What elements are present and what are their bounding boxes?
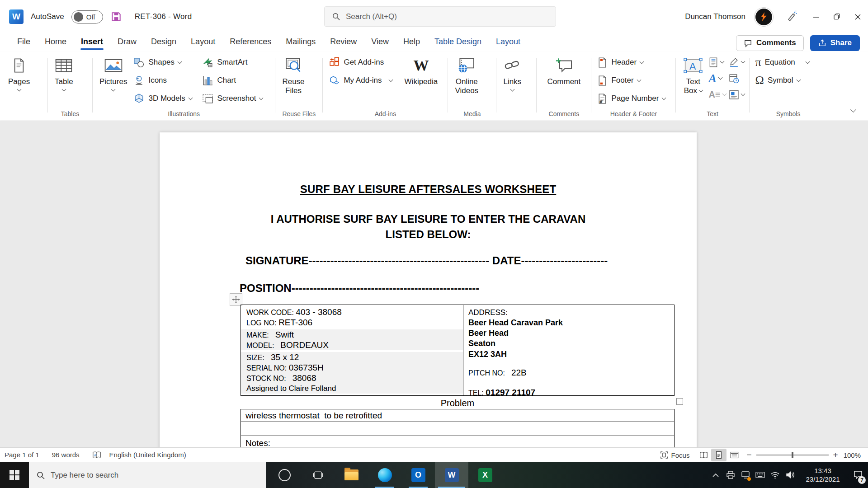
tab-mailings[interactable]: Mailings xyxy=(278,33,323,52)
equation-button[interactable]: π Equation xyxy=(755,56,809,69)
quick-parts-button[interactable] xyxy=(708,56,726,68)
chevron-down-icon xyxy=(699,88,703,92)
date-time-button[interactable] xyxy=(729,72,745,84)
minimize-button[interactable] xyxy=(806,0,826,33)
restore-button[interactable] xyxy=(826,0,847,33)
excel-icon[interactable]: X xyxy=(468,462,502,488)
onedrive-sync-tray-icon[interactable] xyxy=(738,462,753,488)
table-button[interactable]: Table xyxy=(51,52,77,91)
3d-models-button[interactable]: 3D Models xyxy=(133,92,197,105)
tab-file[interactable]: File xyxy=(10,33,38,52)
comment-button[interactable]: Comment xyxy=(544,52,585,86)
outlook-icon[interactable]: O xyxy=(401,462,435,488)
address-cell[interactable]: ADDRESS: Beer Head Caravan Park Beer Hea… xyxy=(463,305,674,395)
focus-mode-button[interactable]: Focus xyxy=(654,448,696,462)
comments-button[interactable]: Comments xyxy=(736,35,804,51)
icons-button[interactable]: Icons xyxy=(133,74,197,87)
zoom-out-button[interactable]: − xyxy=(746,451,751,459)
taskbar-search-input[interactable] xyxy=(51,471,259,480)
word-count[interactable]: 96 words xyxy=(46,448,86,462)
tab-view[interactable]: View xyxy=(364,33,396,52)
cortana-button[interactable] xyxy=(268,462,301,488)
object-button[interactable] xyxy=(729,89,745,101)
pages-button[interactable]: Pages xyxy=(5,52,33,91)
drop-cap-button[interactable]: A≡ xyxy=(708,89,726,101)
online-videos-button[interactable]: Online Videos xyxy=(451,52,482,95)
task-view-button[interactable] xyxy=(301,462,335,488)
proofing-status[interactable] xyxy=(86,448,108,462)
zoom-slider-thumb[interactable] xyxy=(792,452,793,458)
notes-row[interactable]: Notes: xyxy=(241,436,674,447)
tab-design[interactable]: Design xyxy=(144,33,184,52)
wikipedia-button[interactable]: W Wikipedia xyxy=(397,52,444,86)
table-move-handle[interactable] xyxy=(230,293,242,306)
language-indicator[interactable]: English (United Kingdom) xyxy=(108,448,193,462)
tab-review[interactable]: Review xyxy=(323,33,364,52)
zoom-level[interactable]: 100% xyxy=(843,448,864,462)
edge-icon[interactable] xyxy=(368,462,401,488)
volume-icon[interactable] xyxy=(783,462,797,488)
document-canvas[interactable]: SURF BAY LEISURE AFTERSALES WORKSHEET I … xyxy=(0,121,868,447)
print-layout-button[interactable] xyxy=(711,449,726,461)
action-center-button[interactable]: 7 xyxy=(848,462,868,488)
signature-line-button[interactable] xyxy=(729,56,745,68)
empty-row[interactable] xyxy=(241,422,674,436)
my-addins-button[interactable]: My Add-ins xyxy=(329,74,395,87)
share-button[interactable]: Share xyxy=(810,35,860,51)
web-layout-button[interactable] xyxy=(726,449,742,461)
links-button[interactable]: Links xyxy=(500,52,525,91)
clock[interactable]: 13:43 23/12/2021 xyxy=(800,466,845,483)
tab-insert[interactable]: Insert xyxy=(74,33,110,52)
coming-soon-wand-icon[interactable] xyxy=(785,9,797,24)
tab-help[interactable]: Help xyxy=(396,33,427,52)
screenshot-button[interactable]: Screenshot xyxy=(202,92,269,105)
reuse-files-button[interactable]: Reuse Files xyxy=(278,52,308,95)
tab-draw[interactable]: Draw xyxy=(110,33,144,52)
document-page[interactable]: SURF BAY LEISURE AFTERSALES WORKSHEET I … xyxy=(160,132,697,447)
wordart-button[interactable]: A xyxy=(708,72,726,84)
wifi-icon[interactable] xyxy=(768,462,783,488)
table-resize-handle[interactable] xyxy=(676,398,683,405)
text-box-button[interactable]: A Text Box xyxy=(679,52,707,95)
zoom-in-button[interactable]: + xyxy=(833,451,838,459)
caravan-info-table[interactable]: WORK CODE: 403 - 38068 LOG NO: RET-306 M… xyxy=(241,305,675,396)
smartart-button[interactable]: SmartArt xyxy=(202,56,269,69)
tab-references[interactable]: References xyxy=(222,33,278,52)
get-addins-button[interactable]: Get Add-ins xyxy=(329,56,395,69)
problem-table[interactable]: wireless thermostat to be retrofitted No… xyxy=(241,409,675,447)
avatar[interactable] xyxy=(755,9,772,25)
touch-keyboard-tray-icon[interactable] xyxy=(753,462,768,488)
search-input[interactable] xyxy=(346,12,548,21)
titlebar-right: Duncan Thomson xyxy=(685,0,868,33)
pictures-button[interactable]: Pictures xyxy=(96,52,131,91)
tab-table-design[interactable]: Table Design xyxy=(427,33,489,52)
tab-table-layout[interactable]: Layout xyxy=(489,33,528,52)
tab-home[interactable]: Home xyxy=(38,33,74,52)
group-links: Links xyxy=(500,52,533,120)
collapse-ribbon-button[interactable] xyxy=(851,105,855,113)
word-taskbar-icon[interactable]: W xyxy=(435,462,468,488)
symbol-button[interactable]: Ω Symbol xyxy=(755,74,809,87)
page-number-button[interactable]: # Page Number xyxy=(597,92,670,105)
caravan-details-cell[interactable]: WORK CODE: 403 - 38068 LOG NO: RET-306 M… xyxy=(241,305,463,395)
titlebar-search[interactable] xyxy=(324,6,556,27)
close-button[interactable] xyxy=(847,0,868,33)
file-explorer-icon[interactable] xyxy=(335,462,368,488)
save-icon[interactable] xyxy=(110,11,122,23)
autosave-toggle[interactable]: Off xyxy=(71,10,103,23)
chart-button[interactable]: Chart xyxy=(202,74,269,87)
start-button[interactable] xyxy=(0,462,29,488)
zoom-slider[interactable] xyxy=(756,455,829,455)
page-indicator[interactable]: Page 1 of 1 xyxy=(0,448,46,462)
shapes-button[interactable]: Shapes xyxy=(133,56,197,69)
word-logo: W xyxy=(445,468,459,482)
read-mode-button[interactable] xyxy=(696,449,711,461)
printer-tray-icon[interactable] xyxy=(723,462,738,488)
tab-layout[interactable]: Layout xyxy=(184,33,222,52)
footer-button[interactable]: Footer xyxy=(597,74,670,87)
problem-text-row[interactable]: wireless thermostat to be retrofitted xyxy=(241,409,674,422)
tray-expand-chevron[interactable] xyxy=(708,462,723,488)
taskbar-search[interactable] xyxy=(29,462,266,488)
word-app-icon[interactable]: W xyxy=(9,9,24,24)
header-button[interactable]: Header xyxy=(597,56,670,69)
